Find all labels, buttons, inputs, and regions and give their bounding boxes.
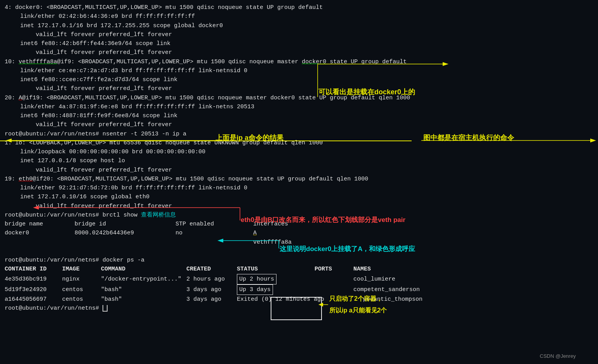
line-22: inet 172.17.0.10/16 scope global eth0 [5,192,593,201]
csdn-watermark: CSDN @Jenrey [540,353,576,359]
line-3: inet 172.17.0.1/16 brd 172.17.255.255 sc… [5,21,593,30]
line-12: link/ether 4a:87:81:9f:6e:e8 brd ff:ff:f… [5,102,593,111]
line-6: valid_lft forever preferred_lft forever [5,48,593,57]
line-23: valid_lft forever preferred_lft forever [5,202,593,211]
docker-header: CONTAINER ID IMAGE COMMAND CREATED STATU… [5,265,593,274]
line-2: link/ether 02:42:b6:44:36:e9 brd ff:ff:f… [5,12,593,21]
line-18: inet 127.0.0.1/8 scope host lo [5,156,593,165]
line-5: inet6 fe80::42:b6ff:fe44:36e9/64 scope l… [5,39,593,48]
docker-row-1: 4e35d36bc919 nginx "/docker-entrypoint..… [5,274,593,284]
brctl-row: docker0 8000.0242b64436e9 no A vethffffa… [5,229,593,247]
line-24-prompt: root@ubuntu:/var/run/netns# brctl show 查… [5,211,593,220]
line-4: valid_lft forever preferred_lft forever [5,30,593,39]
line-7: 10: vethffffa8a@if9: <BROADCAST,MULTICAS… [5,57,593,66]
line-19: valid_lft forever preferred_lft forever [5,166,593,175]
line-9: inet6 fe80::ccee:c7ff:fe2a:d7d3/64 scope… [5,75,593,84]
line-13: inet6 fe80::4887:81ff:fe9f:6ee8/64 scope… [5,111,593,120]
line-20: 19: eth0@if20: <BROADCAST,MULTICAST,UP,L… [5,175,593,184]
docker-row-2: 5d19f3e24920 centos "bash" 3 days ago Up… [5,284,593,295]
line-15-prompt: root@ubuntu:/var/run/netns# nsenter -t 2… [5,130,593,139]
line-1: 4: docker0: <BROADCAST,MULTICAST,UP,LOWE… [5,3,593,12]
line-17: link/loopback 00:00:00:00:00:00 brd 00:0… [5,147,593,156]
final-prompt: root@ubuntu:/var/run/netns# █ [5,304,593,313]
terminal: 4: docker0: <BROADCAST,MULTICAST,UP,LOWE… [0,0,598,364]
blank-line [5,247,593,256]
line-21: link/ether 92:21:d7:5d:72:0b brd ff:ff:f… [5,184,593,192]
line-11: 20: A@if19: <BROADCAST,MULTICAST,UP,LOWE… [5,94,593,102]
line-8: link/ether ce:ee:c7:2a:d7:d3 brd ff:ff:f… [5,66,593,75]
line-10: valid_lft forever preferred_lft forever [5,84,593,93]
docker-row-3: a16445056697 centos "bash" 3 days ago Ex… [5,295,593,304]
brctl-header: bridge name bridge id STP enabled interf… [5,220,593,229]
line-14: valid_lft forever preferred_lft forever [5,120,593,129]
line-16: 1: lo: <LOOPBACK,UP,LOWER_UP> mtu 65536 … [5,139,593,147]
line-28-prompt: root@ubuntu:/var/run/netns# docker ps -a [5,256,593,265]
